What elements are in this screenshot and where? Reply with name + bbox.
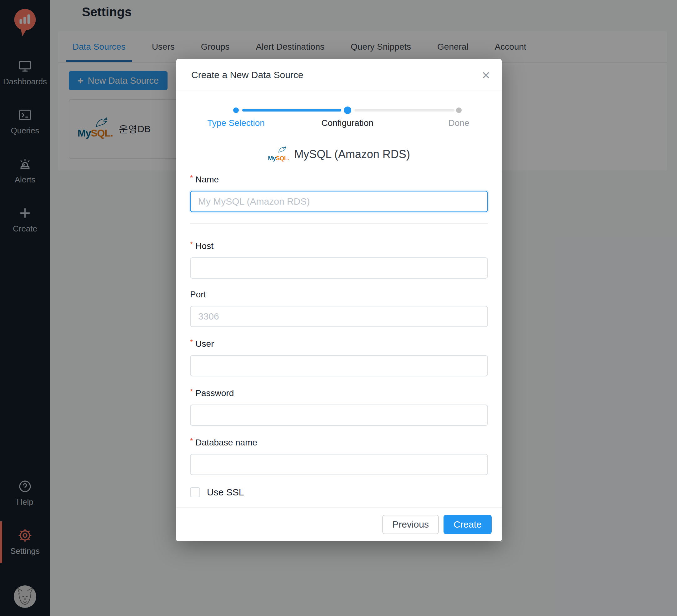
- use-ssl-checkbox[interactable]: [190, 487, 200, 497]
- field-label: *Password: [190, 387, 488, 398]
- field-user: *User: [190, 338, 488, 376]
- use-ssl-row[interactable]: Use SSL: [190, 487, 488, 497]
- required-mark: *: [190, 240, 193, 249]
- required-mark: *: [190, 387, 193, 396]
- create-data-source-modal: Create a New Data Source ✕ Type Selectio…: [176, 59, 502, 541]
- data-source-form: *Name *Host Port *User *Password: [190, 174, 488, 497]
- modal-footer: Previous Create: [176, 507, 502, 541]
- wizard-stepper: [236, 106, 459, 114]
- mysql-dolphin-icon: [278, 146, 288, 153]
- step-label-done: Done: [449, 118, 469, 128]
- name-input[interactable]: [190, 191, 488, 212]
- modal-body: Type Selection Configuration Done MySQL.…: [176, 92, 502, 506]
- field-host: *Host: [190, 240, 488, 279]
- mysql-wordmark: MySQL.: [268, 155, 289, 162]
- field-name: *Name: [190, 174, 488, 212]
- field-label: Port: [190, 290, 488, 299]
- step-label-type-selection[interactable]: Type Selection: [207, 118, 265, 128]
- stepper-line-todo: [354, 109, 455, 111]
- field-database-name: *Database name: [190, 437, 488, 475]
- required-mark: *: [190, 338, 193, 346]
- field-password: *Password: [190, 387, 488, 426]
- modal-title: Create a New Data Source: [191, 70, 304, 80]
- password-input[interactable]: [190, 405, 488, 426]
- create-button[interactable]: Create: [444, 515, 492, 534]
- wizard-step-labels: Type Selection Configuration Done: [236, 118, 459, 131]
- step-label-configuration: Configuration: [321, 118, 373, 128]
- modal-header: Create a New Data Source ✕: [176, 59, 502, 91]
- required-mark: *: [190, 437, 193, 445]
- field-label: *Name: [190, 174, 488, 185]
- user-input[interactable]: [190, 355, 488, 376]
- selected-type-title: MySQL (Amazon RDS): [294, 148, 410, 161]
- port-input[interactable]: [190, 306, 488, 327]
- form-divider: [190, 223, 488, 224]
- step-dot-done: [456, 107, 462, 113]
- previous-button[interactable]: Previous: [382, 515, 439, 534]
- database-name-input[interactable]: [190, 454, 488, 475]
- host-input[interactable]: [190, 257, 488, 279]
- step-dot-type-selection[interactable]: [233, 107, 239, 113]
- field-label: *Database name: [190, 437, 488, 447]
- step-dot-configuration[interactable]: [344, 106, 351, 114]
- field-port: Port: [190, 290, 488, 327]
- selected-type-header: MySQL. MySQL (Amazon RDS): [190, 146, 488, 162]
- stepper-line-done: [242, 109, 341, 111]
- field-label: *Host: [190, 240, 488, 251]
- use-ssl-label: Use SSL: [207, 487, 244, 497]
- close-icon[interactable]: ✕: [482, 59, 491, 91]
- app-root: Dashboards Queries Alerts: [0, 0, 677, 616]
- field-label: *User: [190, 338, 488, 349]
- mysql-logo-icon: MySQL.: [268, 146, 288, 162]
- required-mark: *: [190, 174, 193, 182]
